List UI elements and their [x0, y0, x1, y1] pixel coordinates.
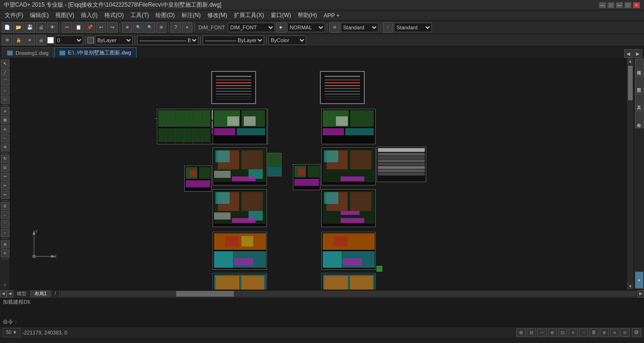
paste-btn[interactable]: 📌 — [85, 22, 95, 33]
print-btn[interactable]: 🖨 — [36, 22, 46, 33]
normal-select[interactable]: NORMAL — [287, 23, 325, 32]
inner-minimize-btn[interactable]: — — [599, 2, 606, 9]
command-input-field[interactable] — [20, 319, 641, 325]
layer-sun-btn[interactable]: ☀ — [25, 35, 35, 45]
osnap-btn[interactable]: ⊡ — [558, 328, 567, 337]
ws-switch-btn[interactable]: ⊙ — [620, 328, 630, 337]
lineweight-btn[interactable]: ≡ — [568, 328, 578, 337]
menu-tools[interactable]: 工具(T) — [128, 10, 152, 20]
right-panel-btn5[interactable]: ● — [635, 272, 644, 289]
annotation-mon-btn[interactable]: A — [610, 328, 619, 337]
layer-unlock-btn[interactable]: 🔓 — [13, 35, 24, 45]
quick-props-btn[interactable]: ≣ — [589, 328, 599, 337]
new-btn[interactable]: 📄 — [2, 22, 12, 33]
zoom-in-btn[interactable]: 🔍 — [133, 22, 144, 33]
menu-exttools[interactable]: 扩展工具(X) — [231, 10, 267, 20]
h-scroll-left2-btn[interactable]: ◀ — [7, 290, 13, 298]
standard-select2[interactable]: Standard — [394, 23, 432, 32]
layer-select[interactable]: 0 — [55, 35, 83, 45]
open-btn[interactable]: 📂 — [13, 22, 24, 33]
polyline-tool[interactable]: ⊿ — [1, 107, 9, 115]
copy-btn[interactable]: 📋 — [73, 22, 84, 33]
bylayer-select3[interactable]: —————— ByLayer — [203, 35, 264, 45]
select-tool[interactable]: ↖ — [1, 60, 9, 68]
ortho-btn[interactable]: ↔ — [537, 328, 547, 337]
scroll-up-btn[interactable]: ▲ — [627, 58, 634, 64]
h-scroll-left-btn[interactable]: ◀ — [0, 290, 7, 298]
zoom-extents-btn[interactable]: ⊕ — [122, 22, 132, 33]
zoom-level[interactable]: 50 ▼ — [3, 328, 20, 337]
menu-help[interactable]: 帮助(H) — [295, 10, 320, 20]
extend-tool[interactable]: ⊢ — [1, 191, 9, 199]
scale-tool[interactable]: ⊡ — [1, 164, 9, 172]
h-scrollbar-thumb[interactable] — [176, 291, 234, 297]
circle-tool[interactable]: ○ — [1, 87, 9, 95]
menu-dimension[interactable]: 标注(N) — [179, 10, 204, 20]
tab-layout1[interactable]: 布局1 — [31, 290, 51, 298]
undo-btn[interactable]: ↩ — [96, 22, 106, 33]
trim-tool[interactable]: ✂ — [1, 182, 9, 190]
tab-drawing1[interactable]: Drawing1.dwg — [2, 47, 54, 58]
save-btn[interactable]: 💾 — [25, 22, 35, 33]
right-panel-btn3[interactable]: 工具 — [635, 94, 644, 111]
tab-layout-add[interactable]: / — [51, 290, 60, 298]
inner-restore-btn[interactable]: □ — [607, 2, 615, 9]
menu-file[interactable]: 文件(F) — [2, 10, 26, 20]
tab-nav-left[interactable]: ◀ — [624, 49, 633, 58]
menu-window[interactable]: 窗口(W) — [268, 10, 294, 20]
bylayer-select2[interactable]: ————————— ByLayer — [137, 35, 198, 45]
tab-nav-right[interactable]: ▶ — [634, 49, 642, 58]
chamfer-tool[interactable]: ⌐ — [1, 211, 9, 219]
menu-edit[interactable]: 编辑(E) — [27, 10, 52, 20]
canvas-area[interactable]: X Y — [10, 58, 634, 290]
v-scrollbar-thumb[interactable] — [628, 66, 633, 101]
polar-btn[interactable]: ⊕ — [548, 328, 557, 337]
settings-gear-btn[interactable]: ⚙ — [632, 328, 641, 337]
right-panel-btn4[interactable]: 命令 — [635, 111, 644, 128]
color-square-btn[interactable] — [87, 37, 94, 44]
text-tool[interactable]: A — [1, 125, 9, 133]
rotate-tool[interactable]: ↻ — [1, 155, 9, 163]
text-style-btn[interactable]: A — [182, 22, 192, 33]
layer-print-btn[interactable]: 🖨 — [36, 35, 46, 45]
fillet-tool[interactable]: ⌒ — [1, 220, 9, 228]
tab-zhonghuang[interactable]: E:\..\中皇别墅施工图新.dwg — [54, 47, 137, 58]
menu-view[interactable]: 视图(V) — [52, 10, 77, 20]
break-tool[interactable]: ╌ — [1, 229, 9, 237]
menu-format[interactable]: 格式(O) — [102, 10, 127, 20]
layer-color-btn[interactable] — [47, 37, 54, 44]
close-btn[interactable]: ✕ — [633, 2, 640, 9]
dim-tool[interactable]: ↔ — [1, 134, 9, 142]
linetype-btn[interactable]: ⊟ — [329, 22, 340, 33]
redo-btn[interactable]: ↪ — [107, 22, 118, 33]
scroll-down-btn[interactable]: ▼ — [627, 283, 634, 290]
h-scrollbar[interactable] — [61, 291, 636, 297]
zoom-all-btn[interactable]: ⊞ — [156, 22, 166, 33]
snap-grid2-btn[interactable]: ⊟ — [527, 328, 536, 337]
properties-tool[interactable]: ≡ — [1, 249, 9, 257]
line-tool[interactable]: ╱ — [1, 69, 9, 77]
hatch-tool[interactable]: ▨ — [1, 116, 9, 124]
layer-manager[interactable]: ⊞ — [1, 240, 9, 248]
dimfont-select[interactable]: DIM_FONT — [228, 23, 275, 32]
right-panel-btn1[interactable]: 属性 — [635, 59, 644, 76]
dynamic-input-btn[interactable]: → — [579, 328, 588, 337]
snap-grid-btn[interactable]: ⊞ — [516, 328, 526, 337]
menu-modify[interactable]: 修改(M) — [205, 10, 230, 20]
menu-app-plus[interactable]: APP + — [321, 11, 343, 20]
menu-draw[interactable]: 绘图(D) — [153, 10, 178, 20]
bylayer-select1[interactable]: ByLayer — [95, 35, 133, 45]
dimfont-btn[interactable]: ▶ — [276, 22, 286, 33]
help-btn[interactable]: ? — [171, 22, 181, 33]
tab-model[interactable]: 模型 — [13, 290, 31, 298]
right-panel-btn2[interactable]: 图层 — [635, 76, 644, 93]
menu-insert[interactable]: 插入(I) — [78, 10, 100, 20]
dimstyle-btn[interactable]: ∕ — [383, 22, 393, 33]
minimize-btn[interactable]: — — [616, 2, 623, 9]
maximize-btn[interactable]: □ — [624, 2, 632, 9]
preview-btn[interactable]: 👁 — [47, 22, 58, 33]
cut-btn[interactable]: ✂ — [62, 22, 72, 33]
arc-tool[interactable]: ⌒ — [1, 78, 9, 86]
zoom-out-btn[interactable]: 🔍 — [145, 22, 155, 33]
h-scroll-right-btn[interactable]: ▶ — [637, 290, 644, 298]
